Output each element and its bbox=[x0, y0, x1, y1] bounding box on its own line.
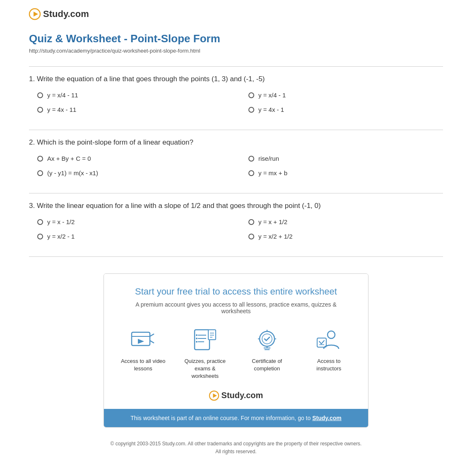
question-2: 2. Which is the point-slope form of a li… bbox=[29, 130, 443, 176]
questions-container: 1. Write the equation of a line that goe… bbox=[29, 75, 443, 257]
radio-3-3[interactable] bbox=[37, 234, 43, 239]
feature-label-4: Access to instructors bbox=[306, 358, 352, 372]
radio-3-2[interactable] bbox=[248, 219, 254, 225]
svg-point-13 bbox=[196, 341, 197, 343]
promo-logo-text: Study.com bbox=[222, 391, 263, 400]
svg-point-19 bbox=[262, 334, 272, 344]
site-logo[interactable]: Study.com bbox=[29, 8, 443, 20]
option-label-2-3: (y - y1) = m(x - x1) bbox=[47, 169, 98, 176]
feature-icon-quiz bbox=[192, 327, 218, 353]
radio-1-1[interactable] bbox=[37, 92, 43, 98]
option-2-4[interactable]: y = mx + b bbox=[248, 169, 443, 176]
svg-point-26 bbox=[328, 331, 335, 338]
feature-label-1: Access to all video lessons bbox=[120, 358, 166, 372]
option-3-2[interactable]: y = x + 1/2 bbox=[248, 218, 443, 225]
page-url: http://study.com/academy/practice/quiz-w… bbox=[29, 48, 443, 54]
option-label-3-1: y = x - 1/2 bbox=[47, 218, 75, 225]
promo-features: Access to all video lessons Quizzes, pra… bbox=[120, 327, 352, 380]
question-3: 3. Write the linear equation for a line … bbox=[29, 193, 443, 240]
option-label-1-3: y = 4x - 11 bbox=[47, 106, 76, 113]
promo-footer-link[interactable]: Study.com bbox=[312, 415, 342, 421]
svg-rect-2 bbox=[132, 332, 150, 346]
options-grid-1: y = x/4 - 11y = x/4 - 1y = 4x - 11y = 4x… bbox=[29, 92, 443, 113]
svg-marker-30 bbox=[213, 393, 217, 397]
radio-1-4[interactable] bbox=[248, 107, 254, 113]
option-label-1-2: y = x/4 - 1 bbox=[258, 92, 286, 99]
feature-icon-certificate bbox=[254, 327, 280, 353]
divider-q2 bbox=[29, 130, 443, 130]
option-3-3[interactable]: y = x/2 - 1 bbox=[37, 233, 232, 240]
feature-item-1: Access to all video lessons bbox=[120, 327, 166, 380]
svg-marker-1 bbox=[34, 12, 38, 17]
option-label-1-1: y = x/4 - 11 bbox=[47, 92, 78, 99]
option-1-2[interactable]: y = x/4 - 1 bbox=[248, 92, 443, 99]
divider-q3 bbox=[29, 193, 443, 193]
option-label-3-3: y = x/2 - 1 bbox=[47, 233, 75, 240]
option-1-1[interactable]: y = x/4 - 11 bbox=[37, 92, 232, 99]
option-label-3-2: y = x + 1/2 bbox=[258, 218, 287, 225]
final-divider bbox=[29, 256, 443, 257]
radio-1-2[interactable] bbox=[248, 92, 254, 98]
svg-rect-7 bbox=[195, 330, 210, 350]
option-3-1[interactable]: y = x - 1/2 bbox=[37, 218, 232, 225]
question-text-2: 2. Which is the point-slope form of a li… bbox=[29, 138, 443, 147]
svg-line-5 bbox=[150, 334, 154, 336]
option-1-3[interactable]: y = 4x - 11 bbox=[37, 106, 232, 113]
question-text-1: 1. Write the equation of a line that goe… bbox=[29, 75, 443, 83]
radio-2-1[interactable] bbox=[37, 156, 43, 162]
option-2-1[interactable]: Ax + By + C = 0 bbox=[37, 155, 232, 162]
logo-text: Study.com bbox=[43, 9, 89, 19]
radio-2-2[interactable] bbox=[248, 156, 254, 162]
radio-2-4[interactable] bbox=[248, 170, 254, 176]
option-2-2[interactable]: rise/run bbox=[248, 155, 443, 162]
question-text-3: 3. Write the linear equation for a line … bbox=[29, 202, 443, 210]
option-2-3[interactable]: (y - y1) = m(x - x1) bbox=[37, 169, 232, 176]
option-label-2-2: rise/run bbox=[258, 155, 279, 162]
options-grid-3: y = x - 1/2y = x + 1/2y = x/2 - 1y = x/2… bbox=[29, 218, 443, 240]
page-title: Quiz & Worksheet - Point-Slope Form bbox=[29, 32, 443, 45]
svg-marker-4 bbox=[138, 339, 144, 344]
svg-rect-27 bbox=[317, 338, 326, 347]
radio-2-3[interactable] bbox=[37, 170, 43, 176]
title-divider bbox=[29, 66, 443, 67]
promo-logo-icon bbox=[209, 391, 219, 401]
feature-label-2: Quizzes, practice exams & worksheets bbox=[183, 358, 228, 380]
option-label-2-1: Ax + By + C = 0 bbox=[47, 155, 91, 162]
option-label-1-4: y = 4x - 1 bbox=[258, 106, 284, 113]
option-label-3-4: y = x/2 + 1/2 bbox=[258, 233, 293, 240]
feature-icon-video bbox=[130, 327, 157, 353]
promo-footer: This worksheet is part of an online cour… bbox=[104, 409, 368, 427]
feature-item-2: Quizzes, practice exams & worksheets bbox=[183, 327, 228, 380]
svg-point-11 bbox=[196, 334, 197, 336]
promo-title: Start your free trial to access this ent… bbox=[120, 286, 352, 297]
feature-item-4: Access to instructors bbox=[306, 327, 352, 380]
logo-icon bbox=[29, 8, 41, 20]
promo-footer-text: This worksheet is part of an online cour… bbox=[130, 415, 311, 421]
option-1-4[interactable]: y = 4x - 1 bbox=[248, 106, 443, 113]
feature-icon-instructor bbox=[315, 327, 342, 353]
feature-label-3: Certificate of completion bbox=[244, 358, 290, 372]
svg-rect-14 bbox=[208, 330, 216, 340]
option-3-4[interactable]: y = x/2 + 1/2 bbox=[248, 233, 443, 240]
promo-box: Start your free trial to access this ent… bbox=[104, 273, 368, 428]
radio-3-1[interactable] bbox=[37, 219, 43, 225]
option-label-2-4: y = mx + b bbox=[258, 169, 287, 176]
question-1: 1. Write the equation of a line that goe… bbox=[29, 75, 443, 113]
feature-item-3: Certificate of completion bbox=[244, 327, 290, 380]
options-grid-2: Ax + By + C = 0rise/run(y - y1) = m(x - … bbox=[29, 155, 443, 176]
promo-subtitle: A premium account gives you access to al… bbox=[120, 301, 352, 314]
promo-logo: Study.com bbox=[120, 391, 352, 401]
radio-1-3[interactable] bbox=[37, 107, 43, 113]
radio-3-4[interactable] bbox=[248, 234, 254, 239]
copyright: © copyright 2003-2015 Study.com. All oth… bbox=[29, 440, 443, 456]
svg-line-6 bbox=[150, 341, 154, 343]
logo-area: Study.com bbox=[29, 8, 443, 20]
svg-point-12 bbox=[196, 338, 197, 339]
